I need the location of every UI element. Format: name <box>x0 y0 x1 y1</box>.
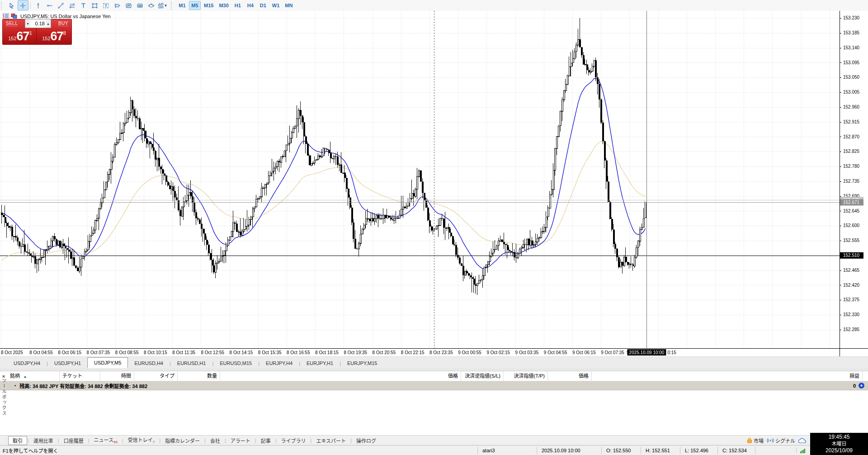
status-bar-time: 2025.10.09 10:00 <box>537 447 601 454</box>
shapes-dropdown-arrow[interactable]: ▼ <box>164 4 168 8</box>
shapes-tool-button[interactable]: ▼ <box>157 0 168 10</box>
toolbar-grip-2[interactable] <box>171 1 175 9</box>
toolbox-tab-3[interactable]: ニュース99 <box>90 436 122 445</box>
sell-label: SELL <box>6 21 18 26</box>
chart-tab-eurusd-h1[interactable]: EURUSD,H1 <box>171 359 212 368</box>
status-low: L: 152.496 <box>680 447 717 454</box>
toolbox-tab-1[interactable]: 運用比率 <box>29 436 57 445</box>
chart-tab-usdjpy-h1[interactable]: USDJPY,H1 <box>48 359 87 368</box>
chart-tab-eurusd-h4[interactable]: EURUSD,H4 <box>128 359 170 368</box>
chart-tab-eurjpy-h1[interactable]: EURJPY,H1 <box>300 359 340 368</box>
one-click-trading-panel: SELL 152671 BUY 152678 ▼ ▲ <box>2 19 72 44</box>
price-label-tool-button[interactable] <box>112 0 123 10</box>
timeframe-m15-button[interactable]: M15 <box>202 1 216 10</box>
horizontal-line-tool-button[interactable] <box>44 0 55 10</box>
toolbox-column-3[interactable]: タイプ <box>134 371 178 381</box>
crosshair-tool-button[interactable] <box>18 0 28 10</box>
panel-splitter[interactable] <box>0 368 868 371</box>
signal-label: シグナル <box>775 437 795 444</box>
vertical-line-tool-button[interactable] <box>33 0 44 10</box>
cloud-tray-item[interactable] <box>798 438 807 444</box>
footer-tab-separator: | <box>255 438 256 443</box>
price-chart-canvas[interactable] <box>0 11 868 356</box>
chart-tabs-bar: USDJPY,H4|USDJPY,H1USDJPY,M5EURUSD,H4|EU… <box>0 356 868 368</box>
toolbox-tab-4[interactable]: 受信トレイ7 <box>124 436 159 445</box>
toolbox-column-1[interactable]: チケット <box>60 371 100 381</box>
timeframe-h1-button[interactable]: H1 <box>232 1 244 10</box>
text-label-tool-button[interactable] <box>101 0 112 10</box>
toolbox-tab-0[interactable]: 取引 <box>8 436 27 445</box>
timeframe-buttons: M1M5M15M30H1H4D1W1MN <box>176 1 295 10</box>
toolbar-grip[interactable] <box>1 1 5 9</box>
chart-tab-eurusd-m15[interactable]: EURUSD,M15 <box>213 359 258 368</box>
toolbox-column-9[interactable]: 損益 <box>592 371 863 381</box>
tick-chart-icon[interactable] <box>3 13 9 19</box>
volume-increase-button[interactable]: ▲ <box>46 19 51 28</box>
toolbox-column-7[interactable]: 決済指値(T/P) <box>504 371 548 381</box>
toolbox-vertical-label[interactable]: ツールボックス <box>0 378 7 416</box>
new-order-plus-icon[interactable]: + <box>859 383 864 389</box>
balance-row[interactable]: • 残高: 34 882 JPY 有効証拠金: 34 882 余剰証拠金: 34… <box>0 381 868 390</box>
toolbox-column-0[interactable]: 銘柄▲ <box>7 371 60 381</box>
chart-tab-usdjpy-m5[interactable]: USDJPY,M5 <box>87 357 128 368</box>
timeframe-mn-button[interactable]: MN <box>283 1 295 10</box>
cursor-icon <box>9 3 14 9</box>
chart-tab-usdjpy-h4[interactable]: USDJPY,H4 <box>7 359 47 368</box>
market-bag-icon <box>747 438 752 443</box>
balance-text: 残高: 34 882 JPY 有効証拠金: 34 882 余剰証拠金: 34 8… <box>19 382 147 389</box>
ellipse-tool-button[interactable] <box>146 0 157 10</box>
volume-input[interactable] <box>30 19 46 28</box>
toolbox-column-8[interactable]: 価格 <box>548 371 592 381</box>
timeframe-m1-button[interactable]: M1 <box>176 1 188 10</box>
timeframe-w1-button[interactable]: W1 <box>270 1 282 10</box>
timeframe-h4-button[interactable]: H4 <box>245 1 256 10</box>
footer-tab-separator: | <box>159 438 160 443</box>
chart-title-row: USDJPY,M5: US Dollar vs Japanese Yen <box>3 13 111 19</box>
status-open: O: 152.550 <box>601 447 641 454</box>
ok-button-tool-button[interactable]: OK <box>135 0 146 10</box>
text-tool-button[interactable] <box>78 0 89 10</box>
tab-badge: 7 <box>153 441 155 445</box>
market-tray-item[interactable]: 市場 <box>747 437 764 444</box>
timeframe-d1-button[interactable]: D1 <box>257 1 269 10</box>
ok-button-icon: OK <box>137 3 143 9</box>
toolbox-tab-11[interactable]: 操作ログ <box>352 436 380 445</box>
footer-tab-separator: | <box>311 438 312 443</box>
toolbox-tab-7[interactable]: アラート <box>226 436 255 445</box>
toolbox-tab-5[interactable]: 指標カレンダー <box>161 436 204 445</box>
mt5-window: OK ▼ M1M5M15M30H1H4D1W1MN USDJPY,M5: US … <box>0 0 868 455</box>
clock-weekday: 木曜日 <box>832 441 847 447</box>
chart-tab-eurjpy-h4[interactable]: EURJPY,H4 <box>259 359 299 368</box>
toolbox-column-5[interactable]: 価格 <box>220 371 461 381</box>
rectangle-tool-button[interactable] <box>90 0 100 10</box>
volume-decrease-button[interactable]: ▼ <box>25 19 30 28</box>
footer-tab-separator: | <box>88 438 90 443</box>
chart-objects-icon[interactable] <box>11 13 17 19</box>
toolbox-column-4[interactable]: 数量 <box>178 371 220 381</box>
text-icon <box>80 3 86 9</box>
toolbox-tab-8[interactable]: 記事 <box>257 436 275 445</box>
trendline-tool-button[interactable] <box>56 0 66 10</box>
balance-bullet: • <box>14 384 16 388</box>
toolbox-tab-2[interactable]: 口座履歴 <box>60 436 88 445</box>
signal-tray-item[interactable]: シグナル <box>767 437 795 444</box>
toolbox-panel: × 銘柄▲チケット時間タイプ数量価格決済逆指値(S/L)決済指値(T/P)価格損… <box>0 368 868 445</box>
price-label-icon <box>114 3 120 9</box>
timeframe-m30-button[interactable]: M30 <box>217 1 231 10</box>
status-account: atari3 <box>477 447 537 454</box>
toolbar-separator <box>30 2 31 9</box>
toolbox-tab-10[interactable]: エキスパート <box>312 436 350 445</box>
market-label: 市場 <box>754 437 764 444</box>
equidistant-channel-tool-button[interactable] <box>67 0 78 10</box>
chart-tab-eurjpy-m15[interactable]: EURJPY,M15 <box>341 359 383 368</box>
cloud-icon <box>798 438 807 444</box>
indicator-window-tool-button[interactable] <box>123 0 134 10</box>
cursor-tool-button[interactable] <box>6 0 17 10</box>
footer-tab-separator: | <box>275 438 277 443</box>
toolbox-tab-9[interactable]: ライブラリ <box>277 436 310 445</box>
toolbox-column-2[interactable]: 時間 <box>100 371 134 381</box>
shapes-icon <box>158 3 164 9</box>
toolbox-tab-6[interactable]: 会社 <box>206 436 224 445</box>
timeframe-m5-button[interactable]: M5 <box>189 1 201 10</box>
toolbox-column-6[interactable]: 決済逆指値(S/L) <box>461 371 504 381</box>
